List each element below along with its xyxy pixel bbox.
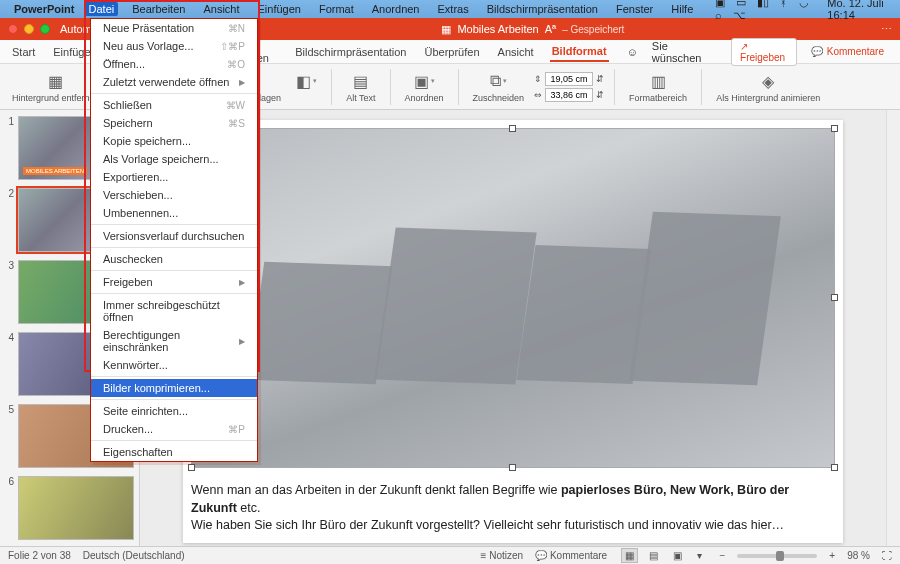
menu-item[interactable]: Schließen⌘W <box>91 96 257 114</box>
doc-icon: ▦ <box>441 23 451 36</box>
menu-item[interactable]: Umbenennen... <box>91 204 257 222</box>
language-label[interactable]: Deutsch (Deutschland) <box>83 550 185 561</box>
resize-handle[interactable] <box>831 464 838 471</box>
arrange-icon: ▣▾ <box>413 70 435 92</box>
menu-item[interactable]: Zuletzt verwendete öffnen▶ <box>91 73 257 91</box>
status-icons: ▣ ▭ ▮▯ ᚼ ◡ ⌕ ⌥ <box>707 0 817 22</box>
width-icon: ⇔ <box>534 90 542 100</box>
selected-image[interactable] <box>191 128 835 468</box>
menu-item[interactable]: Kennwörter... <box>91 356 257 374</box>
control-center-icon[interactable]: ⌥ <box>733 9 746 21</box>
camera-icon[interactable]: ▣ <box>715 0 725 8</box>
zoom-in-button[interactable]: + <box>829 550 835 561</box>
resize-handle[interactable] <box>831 125 838 132</box>
menu-item[interactable]: Bilder komprimieren... <box>91 379 257 397</box>
alt-text-icon: ▤ <box>350 70 372 92</box>
height-icon: ⇕ <box>534 74 542 84</box>
menu-hilfe[interactable]: Hilfe <box>667 2 697 16</box>
menu-item[interactable]: Neu aus Vorlage...⇧⌘P <box>91 37 257 55</box>
resize-handle[interactable] <box>831 294 838 301</box>
menu-anordnen[interactable]: Anordnen <box>368 2 424 16</box>
menu-item[interactable]: Speichern⌘S <box>91 114 257 132</box>
menu-item[interactable]: Immer schreibgeschützt öffnen <box>91 296 257 326</box>
menu-fenster[interactable]: Fenster <box>612 2 657 16</box>
tell-me-label[interactable]: Sie wünschen <box>652 40 717 64</box>
menu-ansicht[interactable]: Ansicht <box>199 2 243 16</box>
menubar-clock[interactable]: Mo. 12. Juli 16:14 <box>827 0 894 21</box>
menu-datei[interactable]: Datei <box>85 2 119 16</box>
battery-icon[interactable]: ▮▯ <box>757 0 769 8</box>
zoom-level[interactable]: 98 % <box>847 550 870 561</box>
fit-window-icon[interactable]: ⛶ <box>882 550 892 561</box>
format-pane-icon: ▥ <box>647 70 669 92</box>
menu-item[interactable]: Öffnen...⌘O <box>91 55 257 73</box>
view-reading-icon[interactable]: ▣ <box>669 548 686 563</box>
resize-handle[interactable] <box>188 464 195 471</box>
tab-bildschirm[interactable]: Bildschirmpräsentation <box>293 43 408 61</box>
format-pane-button[interactable]: ▥ Formatbereich <box>625 70 691 103</box>
menu-bildschirm[interactable]: Bildschirmpräsentation <box>483 2 602 16</box>
remove-bg-icon: ▦ <box>45 70 67 92</box>
share-button[interactable]: ↗ Freigeben <box>731 38 797 66</box>
menu-item[interactable]: Neue Präsentation⌘N <box>91 19 257 37</box>
menu-item[interactable]: Exportieren... <box>91 168 257 186</box>
menu-item[interactable]: Freigeben▶ <box>91 273 257 291</box>
zoom-out-button[interactable]: − <box>720 550 726 561</box>
menu-item[interactable]: Drucken...⌘P <box>91 420 257 438</box>
status-bar: Folie 2 von 38 Deutsch (Deutschland) ≡ N… <box>0 546 900 564</box>
arrange-button[interactable]: ▣▾ Anordnen <box>401 70 448 103</box>
app-name[interactable]: PowerPoint <box>14 3 75 15</box>
close-window-button[interactable] <box>8 24 18 34</box>
width-input[interactable] <box>545 88 593 102</box>
slide-canvas: Wenn man an das Arbeiten in der Zukunft … <box>183 120 843 543</box>
crop-button[interactable]: ⧉▾ Zuschneiden <box>469 70 529 103</box>
menu-item[interactable]: Auschecken <box>91 250 257 268</box>
menu-einfuegen[interactable]: Einfügen <box>254 2 305 16</box>
vertical-scrollbar[interactable] <box>886 110 900 546</box>
display-icon[interactable]: ▭ <box>736 0 746 8</box>
tab-ueberpruefen[interactable]: Überprüfen <box>423 43 482 61</box>
wifi-icon[interactable]: ◡ <box>799 0 809 8</box>
animate-bg-icon: ◈ <box>757 70 779 92</box>
minimize-window-button[interactable] <box>24 24 34 34</box>
tab-bildformat[interactable]: Bildformat <box>550 42 609 62</box>
menu-bearbeiten[interactable]: Bearbeiten <box>128 2 189 16</box>
menu-item[interactable]: Versionsverlauf durchsuchen <box>91 227 257 245</box>
notes-button[interactable]: ≡ Notizen <box>481 550 524 561</box>
slide-counter[interactable]: Folie 2 von 38 <box>8 550 71 561</box>
datei-dropdown-menu: Neue Präsentation⌘NNeu aus Vorlage...⇧⌘P… <box>90 18 258 462</box>
alt-text-button[interactable]: ▤ Alt Text <box>342 70 379 103</box>
menu-item[interactable]: Als Vorlage speichern... <box>91 150 257 168</box>
tab-start[interactable]: Start <box>10 43 37 61</box>
height-input[interactable] <box>545 72 593 86</box>
view-slideshow-icon[interactable]: ▾ <box>693 548 706 563</box>
accessibility-icon: Aª <box>545 23 556 35</box>
tell-me-icon[interactable]: ☺ <box>627 46 638 58</box>
tab-ansicht[interactable]: Ansicht <box>496 43 536 61</box>
menu-item[interactable]: Kopie speichern... <box>91 132 257 150</box>
comments-button[interactable]: 💬 Kommentare <box>805 38 890 66</box>
view-sorter-icon[interactable]: ▤ <box>645 548 662 563</box>
transparency-icon: ◧▾ <box>295 70 317 92</box>
menu-item[interactable]: Eigenschaften <box>91 443 257 461</box>
menu-item[interactable]: Verschieben... <box>91 186 257 204</box>
resize-handle[interactable] <box>509 125 516 132</box>
slide-thumb-6[interactable] <box>18 476 134 540</box>
slide-text[interactable]: Wenn man an das Arbeiten in der Zukunft … <box>191 482 835 535</box>
transparency-button[interactable]: ◧▾ <box>291 70 321 103</box>
menu-item[interactable]: Seite einrichten... <box>91 402 257 420</box>
menu-format[interactable]: Format <box>315 2 358 16</box>
menu-item[interactable]: Berechtigungen einschränken▶ <box>91 326 257 356</box>
menu-extras[interactable]: Extras <box>434 2 473 16</box>
zoom-slider[interactable] <box>737 554 817 558</box>
mac-menubar: PowerPoint Datei Bearbeiten Ansicht Einf… <box>0 0 900 18</box>
view-normal-icon[interactable]: ▦ <box>621 548 638 563</box>
bluetooth-icon[interactable]: ᚼ <box>780 0 787 8</box>
maximize-window-button[interactable] <box>40 24 50 34</box>
animate-bg-button[interactable]: ◈ Als Hintergrund animieren <box>712 70 824 103</box>
doc-title[interactable]: Mobiles Arbeiten <box>457 23 538 35</box>
resize-handle[interactable] <box>509 464 516 471</box>
search-icon[interactable]: ⌕ <box>715 9 722 21</box>
comments-status-button[interactable]: 💬 Kommentare <box>535 550 607 561</box>
titlebar-more-icon[interactable]: ⋯ <box>881 23 892 36</box>
